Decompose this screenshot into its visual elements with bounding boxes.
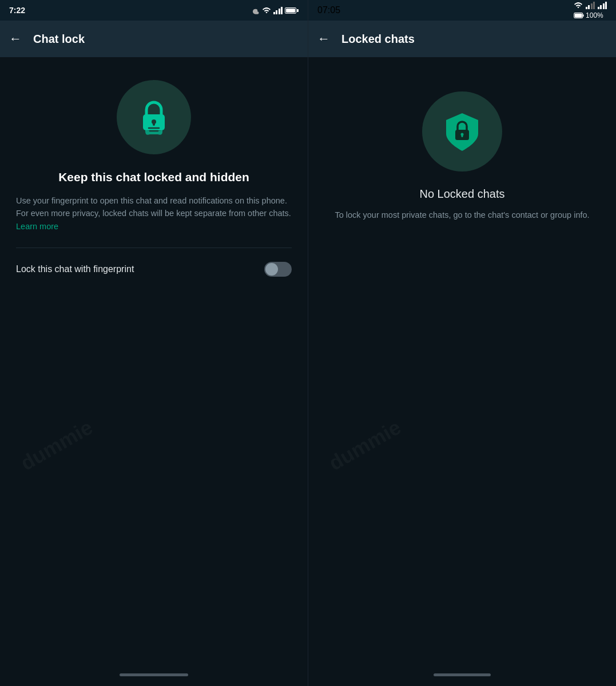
toggle-row: Lock this chat with fingerprint bbox=[16, 260, 292, 279]
right-battery-icon bbox=[574, 12, 584, 19]
right-battery: 100% bbox=[574, 11, 607, 19]
right-content-area: No Locked chats To lock your most privat… bbox=[308, 57, 616, 686]
right-panel: 07:05 bbox=[308, 0, 616, 686]
description-text: Use your fingerprint to open this chat a… bbox=[16, 194, 292, 233]
svg-rect-7 bbox=[583, 14, 584, 17]
svg-rect-10 bbox=[462, 134, 463, 137]
no-locked-title: No Locked chats bbox=[420, 188, 505, 201]
learn-more-link[interactable]: Learn more bbox=[16, 222, 58, 231]
cloud-icon bbox=[249, 6, 260, 14]
left-panel: 7:22 bbox=[0, 0, 308, 686]
toggle-knob bbox=[265, 263, 278, 276]
right-status-icons: 100% bbox=[574, 1, 607, 19]
right-signal-icon-1 bbox=[586, 1, 595, 9]
right-app-header: ← Locked chats bbox=[308, 21, 616, 57]
right-header-title: Locked chats bbox=[341, 33, 415, 46]
wifi-icon bbox=[262, 6, 271, 14]
right-signal-icon-2 bbox=[598, 1, 607, 9]
locked-shield-svg-icon bbox=[439, 109, 485, 154]
right-back-button[interactable]: ← bbox=[317, 31, 330, 46]
left-content-area: Keep this chat locked and hidden Use you… bbox=[0, 57, 308, 686]
right-battery-text: 100% bbox=[586, 11, 603, 19]
chat-lock-svg-icon bbox=[134, 97, 174, 137]
fingerprint-toggle[interactable] bbox=[264, 262, 292, 277]
right-wifi-icon bbox=[574, 1, 583, 9]
svg-rect-6 bbox=[575, 14, 582, 18]
svg-rect-2 bbox=[153, 122, 155, 126]
battery-icon bbox=[285, 7, 299, 14]
locked-shield-icon-circle bbox=[422, 91, 502, 172]
toggle-label: Lock this chat with fingerprint bbox=[16, 264, 134, 274]
right-status-bar: 07:05 bbox=[308, 0, 616, 21]
right-time: 07:05 bbox=[317, 5, 340, 15]
left-app-header: ← Chat lock bbox=[0, 21, 308, 57]
left-status-bar: 7:22 bbox=[0, 0, 308, 21]
left-bottom-bar bbox=[0, 663, 308, 686]
left-back-button[interactable]: ← bbox=[9, 31, 22, 46]
left-header-title: Chat lock bbox=[33, 33, 85, 46]
right-home-indicator bbox=[434, 673, 491, 676]
right-bottom-bar bbox=[308, 663, 616, 686]
divider bbox=[16, 248, 292, 248]
no-locked-desc: To lock your most private chats, go to t… bbox=[335, 209, 589, 221]
main-title: Keep this chat locked and hidden bbox=[58, 170, 249, 184]
signal-icon bbox=[273, 6, 283, 14]
chat-lock-icon-circle bbox=[117, 80, 191, 154]
left-home-indicator bbox=[120, 673, 188, 676]
left-time: 7:22 bbox=[9, 6, 25, 15]
left-status-icons bbox=[249, 6, 299, 14]
